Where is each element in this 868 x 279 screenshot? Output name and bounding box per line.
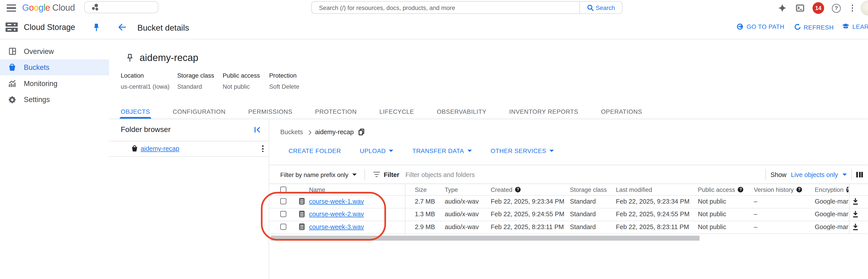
download-icon[interactable] bbox=[852, 223, 859, 230]
filter-label: Filter bbox=[384, 171, 399, 178]
project-selector[interactable] bbox=[84, 1, 158, 13]
meta-location: Location us-central1 (Iowa) bbox=[121, 72, 169, 90]
row-checkbox[interactable] bbox=[280, 224, 286, 230]
tab-operations[interactable]: OPERATIONS bbox=[601, 104, 642, 119]
column-display-icon[interactable] bbox=[856, 172, 863, 177]
sidebar-item-monitoring[interactable]: Monitoring bbox=[0, 76, 109, 92]
hamburger-menu-icon[interactable] bbox=[7, 4, 16, 12]
chevron-down-icon bbox=[467, 150, 472, 152]
column-divider bbox=[849, 184, 850, 233]
object-link[interactable]: course-week-1.wav bbox=[309, 198, 364, 205]
chevron-down-icon bbox=[389, 150, 394, 152]
download-icon[interactable] bbox=[852, 198, 859, 205]
meta-value: us-central1 (Iowa) bbox=[121, 83, 169, 90]
divider bbox=[851, 169, 852, 180]
topbar: Google Cloud Search bbox=[0, 0, 868, 17]
column-header-size[interactable]: Size bbox=[415, 186, 427, 193]
select-all-checkbox[interactable] bbox=[280, 187, 286, 193]
create-folder-button[interactable]: CREATE FOLDER bbox=[289, 147, 341, 154]
page-title: Bucket details bbox=[137, 23, 189, 32]
tab-inventory-reports[interactable]: INVENTORY REPORTS bbox=[509, 104, 578, 119]
go-to-path-button[interactable]: GO TO PATH bbox=[737, 23, 784, 30]
notification-count: 14 bbox=[813, 2, 824, 14]
tab-bar: OBJECTS CONFIGURATION PERMISSIONS PROTEC… bbox=[109, 104, 868, 119]
tab-protection[interactable]: PROTECTION bbox=[315, 104, 357, 119]
help-icon[interactable] bbox=[797, 187, 802, 192]
google-cloud-logo: Google Cloud bbox=[22, 3, 75, 13]
meta-protection: Protection Soft Delete bbox=[269, 72, 299, 90]
filter-prefix-dropdown[interactable]: Filter by name prefix only bbox=[280, 171, 357, 178]
help-icon[interactable] bbox=[832, 0, 841, 16]
refresh-icon bbox=[794, 23, 801, 31]
column-header-last-modified[interactable]: Last modified bbox=[616, 186, 652, 193]
gear-icon bbox=[8, 95, 17, 103]
show-filter-dropdown[interactable]: Live objects only bbox=[791, 171, 838, 178]
avatar[interactable] bbox=[861, 1, 868, 16]
filter-bar: Filter by name prefix only Filter Filter… bbox=[269, 165, 868, 184]
table-row[interactable]: course-week-2.wav 1.3 MB audio/x-wav Feb… bbox=[269, 207, 868, 221]
column-header-encryption[interactable]: Encryption bbox=[815, 186, 849, 193]
filter-objects-input[interactable]: Filter objects and folders bbox=[405, 171, 766, 178]
search-input[interactable] bbox=[312, 2, 580, 13]
transfer-data-label: TRANSFER DATA bbox=[412, 147, 464, 154]
collapse-panel-icon[interactable] bbox=[254, 127, 261, 133]
learn-button[interactable]: LEARN bbox=[842, 23, 868, 30]
row-checkbox[interactable] bbox=[280, 211, 286, 217]
bucket-link[interactable]: aidemy-recap bbox=[141, 145, 179, 152]
column-divider bbox=[405, 184, 406, 233]
column-header-storage-class[interactable]: Storage class bbox=[570, 186, 607, 193]
column-header-version-history[interactable]: Version history bbox=[754, 186, 802, 193]
table-row[interactable]: course-week-1.wav 2.7 MB audio/x-wav Feb… bbox=[269, 195, 868, 208]
object-type: audio/x-wav bbox=[445, 224, 479, 230]
upload-button[interactable]: UPLOAD bbox=[360, 147, 394, 154]
object-link[interactable]: course-week-3.wav bbox=[309, 224, 364, 230]
tab-permissions[interactable]: PERMISSIONS bbox=[248, 104, 292, 119]
column-header-type[interactable]: Type bbox=[445, 186, 458, 193]
object-encryption: Google-mana bbox=[815, 211, 849, 217]
gcp-console: Google Cloud Search bbox=[0, 0, 868, 279]
breadcrumb: Buckets aidemy-recap bbox=[280, 129, 364, 135]
sidebar-item-overview[interactable]: Overview bbox=[0, 43, 109, 59]
sidebar-item-buckets[interactable]: Buckets bbox=[0, 59, 109, 76]
breadcrumb-buckets[interactable]: Buckets bbox=[280, 129, 303, 135]
global-search: Search bbox=[311, 1, 623, 14]
column-label: Public access bbox=[698, 186, 735, 193]
back-arrow-icon[interactable] bbox=[118, 23, 126, 31]
download-icon[interactable] bbox=[852, 211, 859, 218]
tab-lifecycle[interactable]: LIFECYCLE bbox=[379, 104, 414, 119]
tab-observability[interactable]: OBSERVABILITY bbox=[437, 104, 487, 119]
notifications-badge[interactable]: 14 bbox=[812, 0, 825, 16]
help-icon[interactable] bbox=[515, 187, 521, 192]
transfer-data-button[interactable]: TRANSFER DATA bbox=[412, 147, 472, 154]
search-button[interactable]: Search bbox=[579, 2, 622, 13]
sidebar-item-label: Settings bbox=[24, 95, 50, 104]
column-header-created[interactable]: Created bbox=[491, 186, 521, 193]
row-more-options-icon[interactable] bbox=[262, 145, 264, 152]
divider bbox=[766, 169, 766, 180]
object-link[interactable]: course-week-2.wav bbox=[309, 211, 364, 217]
tab-configuration[interactable]: CONFIGURATION bbox=[173, 104, 225, 119]
cloud-shell-icon[interactable] bbox=[794, 0, 805, 16]
learn-icon bbox=[842, 23, 849, 30]
pin-icon[interactable] bbox=[93, 23, 100, 32]
logo-letter: l bbox=[43, 3, 45, 13]
more-options-icon[interactable] bbox=[848, 0, 856, 16]
folder-browser-bucket-row[interactable]: aidemy-recap bbox=[109, 141, 269, 157]
copy-icon[interactable] bbox=[358, 129, 364, 135]
row-checkbox[interactable] bbox=[280, 198, 286, 204]
sidebar-item-settings[interactable]: Settings bbox=[0, 92, 109, 108]
table-row[interactable]: course-week-3.wav 2.9 MB audio/x-wav Feb… bbox=[269, 220, 868, 234]
horizontal-scrollbar[interactable] bbox=[271, 236, 700, 241]
object-created: Feb 22, 2025, 9:24:55 PM bbox=[491, 211, 564, 217]
chevron-down-icon bbox=[842, 173, 847, 175]
gemini-sparkle-icon[interactable] bbox=[776, 0, 787, 16]
refresh-button[interactable]: REFRESH bbox=[794, 23, 834, 31]
help-icon[interactable] bbox=[846, 187, 848, 192]
tab-objects[interactable]: OBJECTS bbox=[121, 104, 150, 119]
overview-icon bbox=[8, 48, 17, 55]
column-header-public-access[interactable]: Public access bbox=[698, 186, 743, 193]
help-icon[interactable] bbox=[738, 187, 743, 192]
column-header-name[interactable]: Name bbox=[309, 186, 325, 193]
other-services-button[interactable]: OTHER SERVICES bbox=[491, 147, 554, 154]
monitoring-icon bbox=[8, 80, 17, 87]
